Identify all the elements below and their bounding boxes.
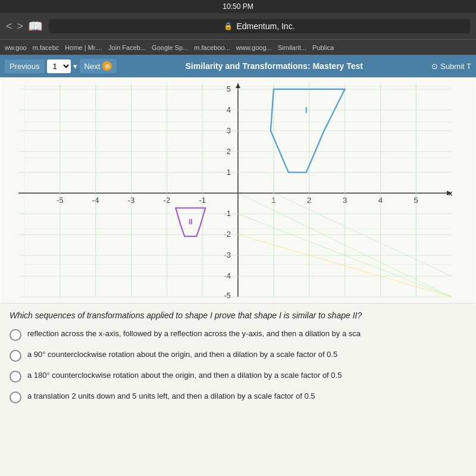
bookmark-wwwgoog[interactable]: www.goog... <box>236 44 272 51</box>
lock-icon: 🔒 <box>224 22 233 30</box>
previous-button[interactable]: Previous <box>5 60 45 73</box>
svg-text:x: x <box>449 189 453 198</box>
question-area: Which sequences of transformations appli… <box>0 303 476 476</box>
svg-text:-3: -3 <box>224 250 231 259</box>
bookmark-google[interactable]: ww.goo <box>5 44 27 51</box>
submit-label: Submit T <box>440 62 471 71</box>
bookmark-joinfb[interactable]: Join Faceb... <box>108 44 146 51</box>
answer-option-4: a translation 2 units down and 5 units l… <box>10 391 466 403</box>
svg-text:-1: -1 <box>224 209 231 218</box>
radio-button-1[interactable] <box>10 329 21 341</box>
forward-button[interactable]: > <box>17 19 24 33</box>
browser-nav-buttons: < > 📖 <box>6 19 43 33</box>
radio-button-3[interactable] <box>10 371 21 383</box>
status-bar: 10:50 PM <box>0 0 476 13</box>
coordinate-graph: -5 -4 -3 -2 -1 1 2 3 4 5 x 5 4 3 2 1 -1 … <box>0 77 476 303</box>
option-text-2: a 90° counterclockwise rotation about th… <box>27 349 337 360</box>
svg-text:2: 2 <box>227 147 231 156</box>
bookmark-facebook[interactable]: m.facebc <box>33 44 60 51</box>
question-text: Which sequences of transformations appli… <box>10 311 466 320</box>
svg-text:5: 5 <box>227 84 231 93</box>
bookmark-similar[interactable]: Similarit... <box>278 44 306 51</box>
address-bar[interactable]: 🔒 Edmentum, Inc. <box>49 19 470 33</box>
option-text-1: reflection across the x-axis, followed b… <box>27 328 361 339</box>
nav-bar: Previous 1 ▾ Next ⊕ Similarity and Trans… <box>0 55 476 77</box>
svg-text:-5: -5 <box>224 291 231 300</box>
page-selector[interactable]: 1 <box>47 60 71 73</box>
svg-text:-4: -4 <box>224 271 231 280</box>
graph-area: -5 -4 -3 -2 -1 1 2 3 4 5 x 5 4 3 2 1 -1 … <box>0 77 476 303</box>
next-button[interactable]: Next ⊕ <box>80 59 117 73</box>
browser-chrome: < > 📖 🔒 Edmentum, Inc. <box>0 13 476 39</box>
svg-text:1: 1 <box>227 168 231 177</box>
option-text-4: a translation 2 units down and 5 units l… <box>27 391 315 402</box>
radio-button-2[interactable] <box>10 350 21 362</box>
next-label: Next <box>84 62 101 71</box>
svg-text:II: II <box>189 218 193 226</box>
bookmark-googlesp[interactable]: Google Sp... <box>152 44 188 51</box>
back-button[interactable]: < <box>6 19 12 33</box>
svg-text:3: 3 <box>227 126 231 135</box>
main-content: -5 -4 -3 -2 -1 1 2 3 4 5 x 5 4 3 2 1 -1 … <box>0 77 476 476</box>
answer-option-2: a 90° counterclockwise rotation about th… <box>10 349 466 362</box>
svg-text:4: 4 <box>227 105 231 114</box>
svg-text:I: I <box>305 105 308 115</box>
answer-option-3: a 180° counterclockwise rotation about t… <box>10 370 466 383</box>
next-circle-icon: ⊕ <box>102 61 112 71</box>
radio-button-4[interactable] <box>10 392 21 403</box>
circle-icon: ⊙ <box>431 62 438 71</box>
page-title: Similarity and Transformations: Mastery … <box>119 61 429 71</box>
chevron-down-icon: ▾ <box>73 62 77 71</box>
bookmark-publica[interactable]: Publica <box>312 44 334 51</box>
bookmarks-bar: ww.goo m.facebc Home | Mr.... Join Faceb… <box>0 39 476 55</box>
option-text-3: a 180° counterclockwise rotation about t… <box>27 370 342 381</box>
domain-text: Edmentum, Inc. <box>236 21 295 31</box>
submit-button[interactable]: ⊙ Submit T <box>431 62 471 71</box>
answer-option-1: reflection across the x-axis, followed b… <box>10 328 466 341</box>
bookmark-home[interactable]: Home | Mr.... <box>65 44 102 51</box>
time-display: 10:50 PM <box>223 2 253 11</box>
svg-text:-2: -2 <box>224 230 231 239</box>
bookmark-mfacebook[interactable]: m.faceboo... <box>194 44 230 51</box>
bookmarks-icon: 📖 <box>28 19 43 33</box>
